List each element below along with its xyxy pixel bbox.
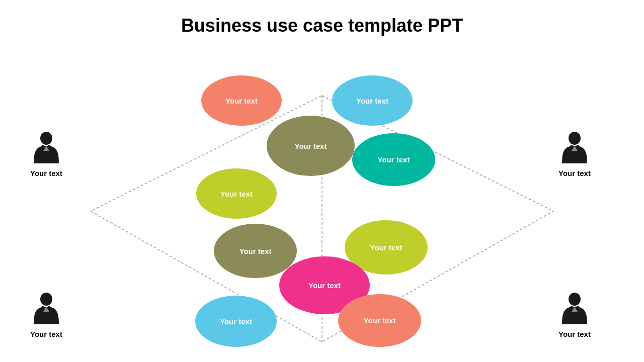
ellipse-4: Your text (352, 133, 435, 186)
svg-rect-4 (48, 145, 50, 152)
svg-point-6 (569, 132, 581, 145)
ellipse-1: Your text (201, 75, 282, 126)
ellipse-9: Your text (195, 296, 277, 347)
diagram-area: Your text Your text Your text Yo (0, 45, 644, 362)
svg-rect-11 (42, 306, 44, 313)
ellipse-10: Your text (338, 294, 421, 347)
actor-bottom-left: Your text (30, 292, 62, 338)
ellipse-5: Your text (196, 168, 277, 219)
ellipse-3: Your text (267, 116, 355, 176)
svg-rect-3 (42, 145, 44, 152)
svg-rect-16 (577, 306, 579, 313)
svg-rect-7 (571, 145, 573, 152)
page-title: Business use case template PPT (0, 0, 644, 36)
svg-point-14 (569, 293, 581, 306)
actor-bottom-right: Your text (558, 292, 591, 338)
svg-rect-15 (571, 306, 573, 313)
svg-point-10 (40, 293, 52, 306)
svg-point-2 (40, 132, 52, 145)
ellipse-6: Your text (214, 224, 297, 278)
connection-lines (0, 45, 644, 362)
svg-rect-12 (48, 306, 50, 313)
ellipse-2: Your text (332, 75, 413, 126)
svg-rect-8 (577, 145, 579, 152)
actor-top-right: Your text (558, 131, 591, 177)
actor-top-left: Your text (30, 131, 62, 177)
